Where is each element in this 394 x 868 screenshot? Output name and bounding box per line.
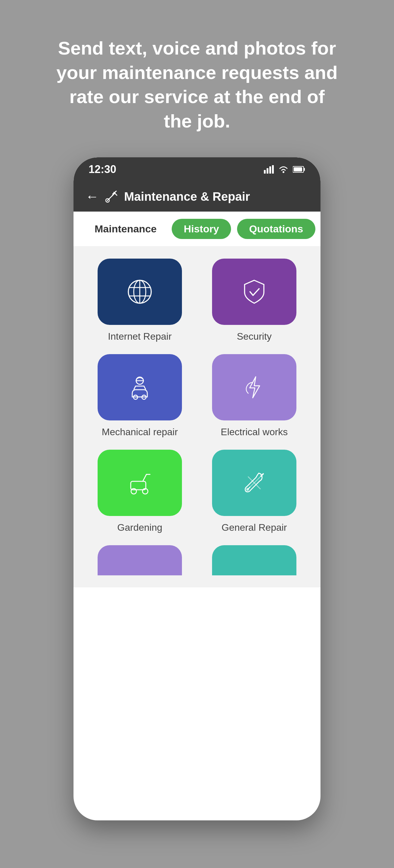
battery-icon [293, 166, 305, 173]
status-time: 12:30 [89, 163, 116, 176]
general-repair-icon [239, 468, 269, 498]
service-card-mechanical [98, 354, 182, 421]
services-grid: Internet Repair Security [89, 258, 305, 533]
svg-rect-6 [304, 168, 305, 171]
electrical-icon [239, 372, 269, 402]
signal-icon [264, 165, 274, 174]
service-item-gardening[interactable]: Gardening [89, 450, 191, 533]
svg-point-4 [283, 171, 284, 173]
app-bar-title: Maintenance & Repair [124, 190, 250, 204]
service-item-mechanical-repair[interactable]: Mechanical repair [89, 354, 191, 438]
tab-bar: Maintenance History Quotations [73, 212, 321, 247]
partial-services-row [89, 545, 305, 575]
gardening-icon [125, 468, 155, 498]
shield-icon [239, 277, 269, 307]
partial-card-2 [212, 545, 296, 575]
service-item-internet-repair[interactable]: Internet Repair [89, 258, 191, 342]
tab-quotations[interactable]: Quotations [237, 219, 315, 239]
svg-rect-2 [269, 166, 271, 174]
mechanic-icon [125, 372, 155, 402]
service-item-partial-1[interactable] [89, 545, 191, 575]
svg-line-25 [143, 474, 146, 481]
svg-rect-3 [272, 165, 274, 174]
service-item-general-repair[interactable]: General Repair [203, 450, 305, 533]
service-label-general: General Repair [222, 522, 287, 533]
svg-rect-1 [267, 168, 268, 174]
service-card-security [212, 258, 296, 325]
tab-history[interactable]: History [172, 219, 231, 239]
service-label-internet: Internet Repair [108, 331, 172, 342]
service-item-electrical-works[interactable]: Electrical works [203, 354, 305, 438]
content-area: Internet Repair Security [73, 247, 321, 587]
service-card-gardening [98, 450, 182, 516]
service-label-mechanical: Mechanical repair [102, 427, 178, 438]
tab-maintenance[interactable]: Maintenance [86, 219, 166, 239]
svg-rect-19 [136, 380, 144, 381]
service-card-general [212, 450, 296, 516]
status-icons [264, 165, 305, 174]
wifi-icon [278, 165, 289, 174]
back-button[interactable]: ← [86, 190, 99, 203]
service-card-electrical [212, 354, 296, 421]
service-item-partial-2[interactable] [203, 545, 305, 575]
service-label-gardening: Gardening [117, 522, 162, 533]
service-item-security[interactable]: Security [203, 258, 305, 342]
globe-icon [125, 277, 155, 307]
maintenance-icon [105, 190, 118, 203]
service-card-internet [98, 258, 182, 325]
app-bar: ← Maintenance & Repair [73, 181, 321, 212]
svg-rect-0 [264, 170, 266, 174]
status-bar: 12:30 [73, 157, 321, 181]
partial-card-1 [98, 545, 182, 575]
hero-text: Send text, voice and photos for your mai… [31, 0, 363, 157]
service-label-electrical: Electrical works [221, 427, 288, 438]
phone-frame: 12:30 ← [73, 157, 321, 820]
svg-rect-7 [294, 167, 302, 172]
service-label-security: Security [237, 331, 272, 342]
